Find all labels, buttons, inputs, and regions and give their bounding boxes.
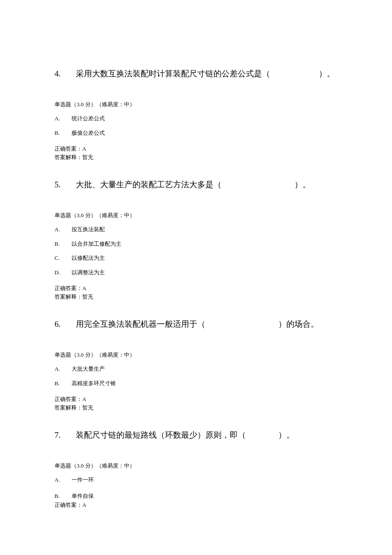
option-letter: B. — [55, 379, 72, 388]
option-a: A. 大批大量生产 — [55, 365, 337, 373]
answer-block: 正确答案：A 答案解释：暂无 — [55, 395, 337, 412]
question-text: 用完全互换法装配机器一般适用于（ ）的场合。 — [76, 319, 319, 330]
option-text: 按互换法装配 — [72, 225, 105, 234]
option-b: B. 以合并加工修配为主 — [55, 240, 337, 248]
correct-answer: 正确答案：A — [55, 145, 337, 153]
question-meta: 单选题（3.0 分）（难易度：中） — [55, 100, 337, 109]
option-text: 以修配法为主 — [72, 254, 105, 262]
question-number: 4. — [55, 68, 76, 80]
option-letter: B. — [55, 240, 72, 248]
answer-explanation: 答案解释：暂无 — [55, 153, 337, 162]
option-text: 单件自保 — [72, 492, 94, 500]
option-letter: B. — [55, 129, 72, 137]
option-d: D. 以调整法为主 — [55, 268, 337, 277]
question-7: 7. 装配尺寸链的最短路线（环数最少）原则，即（ ）。 单选题（3.0 分）（难… — [55, 430, 337, 509]
option-letter: A. — [55, 476, 72, 484]
option-b: B. 高精度多环尺寸锥 — [55, 379, 337, 388]
correct-answer: 正确答案：A — [55, 395, 337, 404]
question-5: 5. 大批、大量生产的装配工艺方法大多是（ ）。 单选题（3.0 分）（难易度：… — [55, 179, 337, 301]
option-letter: A. — [55, 114, 72, 123]
question-text: 装配尺寸链的最短路线（环数最少）原则，即（ ）。 — [76, 430, 294, 441]
question-meta: 单选题（3.0 分）（难易度：中） — [55, 351, 337, 359]
option-a: A. 按互换法装配 — [55, 225, 337, 234]
option-a: A. 统计公差公式 — [55, 114, 337, 123]
option-letter: C. — [55, 254, 72, 262]
option-text: 以合并加工修配为主 — [72, 240, 121, 248]
answer-explanation: 答案解释：暂无 — [55, 404, 337, 412]
question-meta: 单选题（3.0 分）（难易度：中） — [55, 462, 337, 470]
question-title: 4. 采用大数互换法装配时计算装配尺寸链的公差公式是（ ）。 — [55, 68, 337, 80]
option-text: 统计公差公式 — [72, 114, 105, 123]
question-number: 6. — [55, 319, 76, 330]
option-a: A. 一件一环 — [55, 476, 337, 484]
option-text: 以调整法为主 — [72, 268, 105, 277]
question-number: 7. — [55, 430, 76, 441]
question-6: 6. 用完全互换法装配机器一般适用于（ ）的场合。 单选题（3.0 分）（难易度… — [55, 319, 337, 412]
correct-answer: 正确答案：A — [55, 501, 337, 509]
option-letter: B. — [55, 492, 72, 500]
option-b: B. 极值公差公式 — [55, 129, 337, 137]
question-title: 5. 大批、大量生产的装配工艺方法大多是（ ）。 — [55, 179, 337, 191]
option-letter: A. — [55, 225, 72, 234]
question-4: 4. 采用大数互换法装配时计算装配尺寸链的公差公式是（ ）。 单选题（3.0 分… — [55, 68, 337, 161]
question-text: 大批、大量生产的装配工艺方法大多是（ ）。 — [76, 179, 311, 191]
question-title: 6. 用完全互换法装配机器一般适用于（ ）的场合。 — [55, 319, 337, 330]
answer-block: 正确答案：A 答案解释：暂无 — [55, 284, 337, 301]
option-text: 一件一环 — [72, 476, 94, 484]
option-text: 极值公差公式 — [72, 129, 105, 137]
answer-block: 正确答案：A — [55, 501, 337, 509]
option-b: B. 单件自保 — [55, 492, 337, 500]
question-meta: 单选题（3.0 分）（难易度：中） — [55, 211, 337, 220]
option-text: 高精度多环尺寸锥 — [72, 379, 116, 388]
question-text: 采用大数互换法装配时计算装配尺寸链的公差公式是（ ）。 — [76, 68, 335, 80]
option-letter: D. — [55, 268, 72, 277]
answer-explanation: 答案解释：暂无 — [55, 293, 337, 301]
question-title: 7. 装配尺寸链的最短路线（环数最少）原则，即（ ）。 — [55, 430, 337, 441]
answer-block: 正确答案：A 答案解释：暂无 — [55, 145, 337, 161]
correct-answer: 正确答案：A — [55, 284, 337, 293]
question-number: 5. — [55, 179, 76, 191]
option-letter: A. — [55, 365, 72, 373]
option-text: 大批大量生产 — [72, 365, 105, 373]
option-c: C. 以修配法为主 — [55, 254, 337, 262]
